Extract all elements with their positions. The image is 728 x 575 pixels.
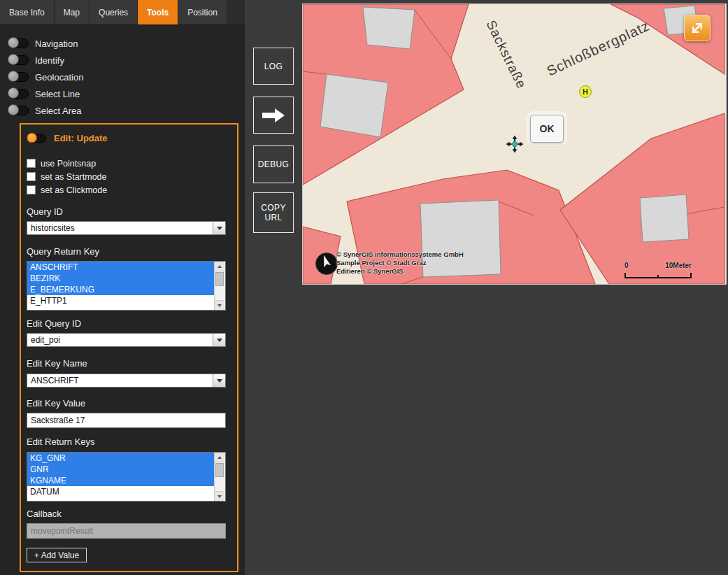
edit-key-value-input[interactable] (27, 413, 226, 428)
query-id-dropdown[interactable]: historicsites (27, 221, 226, 235)
scrollbar-thumb[interactable] (215, 463, 224, 477)
toggle-knob-icon (8, 37, 19, 48)
query-return-key-listbox[interactable]: ANSCHRIFTBEZIRKE_BEMERKUNGE_HTTP1 (27, 261, 226, 311)
listbox-option[interactable]: BEZIRK (27, 273, 215, 284)
tab-label: Position (187, 8, 217, 17)
scrollbar-thumb[interactable] (215, 272, 224, 286)
attribution-line: © SynerGIS Informationssysteme GmbH (336, 250, 464, 259)
dropdown-arrow-icon[interactable] (213, 222, 225, 234)
expand-button[interactable] (684, 15, 711, 41)
checkbox-label: use Pointsnap (41, 159, 96, 169)
callback-input (27, 523, 226, 539)
scroll-up-icon[interactable] (215, 453, 224, 462)
attribution-line: Sample Project © Stadt Graz (336, 259, 464, 267)
tab-label: Base Info (9, 8, 45, 17)
toggle-switch[interactable] (8, 89, 29, 99)
query-return-key-label: Query Return Key (27, 246, 99, 257)
listbox-option[interactable]: ANSCHRIFT (27, 262, 215, 273)
edit-return-keys-listbox[interactable]: KG_GNRGNRKGNAMEDATUM (27, 452, 226, 502)
scrollbar[interactable] (214, 262, 225, 310)
edit-key-name-dropdown[interactable]: ANSCHRIFT (27, 374, 226, 388)
scrollbar[interactable] (214, 453, 225, 501)
checkbox[interactable] (27, 185, 36, 194)
tab[interactable]: Base Info (0, 0, 55, 24)
edit-toggle-switch[interactable] (27, 134, 46, 143)
tool-toggle-row[interactable]: Select Area (8, 102, 83, 119)
listbox-option[interactable]: E_BEMERKUNG (27, 284, 215, 295)
north-compass-icon (315, 252, 338, 276)
checkbox[interactable] (27, 159, 36, 168)
dropdown-arrow-icon[interactable] (213, 374, 225, 387)
ok-button[interactable]: OK (530, 115, 564, 143)
tab[interactable]: Tools (138, 0, 178, 24)
checkbox-label: set as Clickmode (41, 185, 107, 195)
listbox-option[interactable]: KG_GNR (27, 453, 215, 464)
tab[interactable]: Map (55, 0, 90, 24)
callback-label: Callback (27, 509, 62, 519)
listbox-option[interactable]: GNR (27, 464, 215, 475)
checkbox-row[interactable]: set as Clickmode (27, 183, 107, 197)
edit-update-panel: Edit: Update use Pointsnap set as Startm… (20, 123, 238, 572)
edit-query-id-dropdown[interactable]: edit_poi (27, 333, 226, 347)
debug-button[interactable]: DEBUG (253, 145, 294, 183)
copy-url-button[interactable]: COPY URL (253, 192, 294, 233)
log-button[interactable]: LOG (253, 48, 294, 85)
tab[interactable]: Queries (90, 0, 138, 24)
listbox-items: ANSCHRIFTBEZIRKE_BEMERKUNGE_HTTP1 (27, 262, 215, 310)
tab-label: Map (64, 8, 80, 17)
edit-query-id-value: edit_poi (27, 334, 213, 346)
toggle-switch[interactable] (8, 106, 29, 115)
move-marker-icon[interactable] (505, 134, 524, 154)
query-id-value: historicsites (27, 222, 213, 234)
toggle-switch[interactable] (8, 72, 29, 82)
edit-key-name-label: Edit Key Name (27, 358, 87, 369)
edit-panel-title: Edit: Update (54, 133, 108, 143)
checkbox-list: use Pointsnap set as Startmode set as Cl… (27, 157, 107, 197)
listbox-option[interactable]: DATUM (27, 486, 215, 497)
tool-label: Select Area (35, 106, 82, 116)
edit-query-id-label: Edit Query ID (27, 318, 81, 329)
tool-toggle-row[interactable]: Select Line (8, 85, 83, 102)
checkbox-row[interactable]: use Pointsnap (27, 157, 107, 170)
dropdown-arrow-icon[interactable] (213, 334, 225, 346)
scale-distance-label: 10Meter (665, 262, 692, 269)
toggle-knob-icon (8, 71, 19, 82)
tab-bar: Base Info Map Queries Tools Position (0, 0, 245, 25)
tool-toggle-list: Navigation Identify Geolocation Select L… (8, 35, 83, 119)
map-view[interactable]: Sackstraße Schloßbergplatz H OK (302, 3, 727, 285)
scroll-up-icon[interactable] (215, 262, 224, 271)
map-attribution: © SynerGIS Informationssysteme GmbH Samp… (336, 250, 464, 276)
h-poi-marker[interactable]: H (579, 85, 592, 98)
scroll-down-icon[interactable] (215, 491, 224, 501)
tool-toggle-row[interactable]: Geolocation (8, 69, 83, 85)
query-id-label: Query ID (27, 206, 63, 217)
toggle-switch[interactable] (8, 38, 29, 48)
checkbox-row[interactable]: set as Startmode (27, 170, 107, 183)
edit-key-name-value: ANSCHRIFT (27, 374, 213, 387)
edit-return-keys-label: Edit Return Keys (27, 436, 95, 447)
tool-label: Select Line (35, 89, 80, 99)
add-value-button[interactable]: + Add Value (27, 548, 87, 562)
right-arrow-icon (262, 108, 285, 123)
tab-label: Queries (99, 8, 128, 17)
toggle-knob-icon (8, 87, 19, 99)
tab[interactable]: Position (178, 0, 227, 24)
app-window: Base Info Map Queries Tools Position (0, 0, 728, 575)
tool-label: Identify (35, 55, 64, 66)
scroll-down-icon[interactable] (215, 300, 224, 310)
scale-bar-line (624, 273, 692, 279)
left-panel: Base Info Map Queries Tools Position (0, 0, 245, 575)
tool-toggle-row[interactable]: Navigation (8, 35, 83, 52)
tool-label: Navigation (35, 38, 78, 49)
checkbox[interactable] (27, 172, 36, 181)
listbox-option[interactable]: KGNAME (27, 475, 215, 486)
tool-toggle-row[interactable]: Identify (8, 52, 83, 69)
tool-label: Geolocation (35, 72, 83, 83)
toggle-knob-icon (8, 104, 19, 115)
checkbox-label: set as Startmode (41, 172, 107, 182)
toggle-knob-icon (8, 54, 19, 65)
toggle-knob-icon (27, 132, 37, 143)
listbox-option[interactable]: E_HTTP1 (27, 295, 215, 306)
toggle-switch[interactable] (8, 55, 29, 65)
execute-arrow-button[interactable] (253, 97, 294, 134)
